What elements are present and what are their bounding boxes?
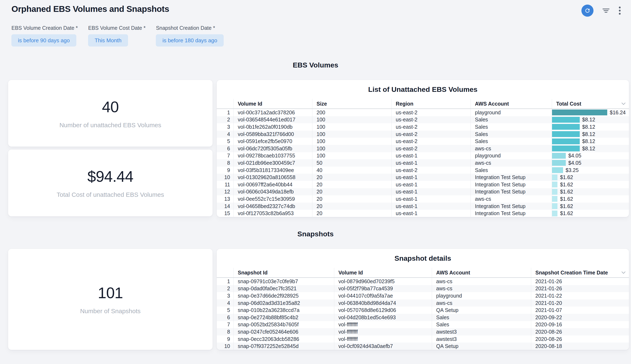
cell-snapshot-id: snap-0e37d66de2f928925 [233,292,334,300]
filter-chip-snapshot-creation-date[interactable]: is before 180 days ago [156,34,224,46]
column-header-volume-id[interactable]: Volume Id [334,268,432,277]
cost-value: $8.12 [582,116,595,123]
cell-volume-id: vol-0570768d8e6129d06 [334,306,432,314]
ebs-stat-cards: 40 Number of unattached EBS Volumes $94.… [8,80,213,217]
cell-total-cost: $8.12 [552,116,629,124]
cost-value: $1.62 [560,203,573,209]
ebs-section: 40 Number of unattached EBS Volumes $94.… [0,80,631,217]
table-row: 10 vol-013029620a8106558 20 us-east-1 In… [217,174,629,181]
cost-bar [552,174,557,180]
table-row: 1 snap-09791c03e7c0fe9b7 vol-0879d960ed7… [217,278,629,285]
panel-title: List of Unattached EBS Volumes [217,80,629,94]
cell-region: us-east-1 [391,181,470,188]
column-header-size[interactable]: Size [312,99,391,108]
cell-snapshot-id: snap-0052bd25834b7605f [233,321,334,328]
row-index: 5 [217,306,233,314]
column-header-snapshot-creation-time-date[interactable]: Snapshot Creation Time Date [531,268,629,277]
filter-button[interactable] [602,7,610,14]
cell-volume-id: vol-05f2f79ba77ca4539 [334,285,432,292]
cost-bar [552,210,557,216]
table-row: 15 vol-0f127053c82b6a953 20 us-east-1 In… [217,210,629,217]
row-index: 4 [217,130,233,138]
snapshot-stat-cards: 101 Number of Snapshots [8,249,213,350]
cost-bar [552,160,566,166]
cell-volume-id: vol-063840b8d98d4da74 [334,300,432,307]
cell-aws-account: Integration Test Setup [470,202,552,210]
cell-volume-id: vol-ffffffff [334,328,432,336]
cell-aws-account: Sales [470,130,552,138]
column-header-index [217,268,233,277]
cost-value: $1.62 [560,189,573,195]
row-index: 3 [217,123,233,130]
table-body: 1 vol-00c371a2adc378206 200 us-east-2 pl… [217,109,629,217]
toolbar [581,4,621,17]
cost-value: $8.12 [582,124,595,130]
panel-unattached-ebs-volumes: List of Unattached EBS Volumes Volume Id… [217,80,629,217]
cell-snapshot-creation-date: 2021-01-07 [531,306,629,314]
cell-region: us-east-1 [391,152,470,160]
column-header-aws-account[interactable]: AWS Account [470,99,552,108]
table-row: 5 vol-0591efce2fb5e0970 100 us-east-2 Sa… [217,138,629,145]
cost-bar [552,167,563,173]
cell-total-cost: $16.24 [552,109,629,116]
column-header-index [217,99,233,108]
cell-region: us-east-1 [391,174,470,181]
filter-snapshot-creation-date: Snapshot Creation Date * is before 180 d… [156,25,224,46]
cost-bar [552,189,557,195]
cost-bar [552,203,557,209]
cell-volume-id: vol-ffffffff [334,321,432,328]
cost-value: $1.62 [560,196,573,202]
table-row: 1 vol-00c371a2adc378206 200 us-east-2 pl… [217,109,629,116]
cell-snapshot-creation-date: 2021-01-20 [531,300,629,307]
table-row: 12 vol-0606c04349da18efb 20 us-east-1 In… [217,188,629,196]
table-row: 6 vol-06dc720f5305a05fb 100 us-east-2 aw… [217,145,629,152]
stat-value: $94.44 [87,168,133,185]
column-header-snapshot-id[interactable]: Snapshot Id [233,268,334,277]
cost-value: $3.25 [565,167,579,173]
snapshot-details-table: Snapshot Id Volume Id AWS Account Snapsh… [217,268,629,350]
table-row: 2 snap-0dad0fa0ec7fc3521 vol-05f2f79ba77… [217,285,629,292]
filter-chip-ebs-volume-creation-date[interactable]: is before 90 days ago [12,34,76,46]
cell-region: us-east-2 [391,166,470,174]
cost-value: $1.62 [560,182,573,188]
cell-snapshot-id: snap-07f9372252e52845d [233,342,334,350]
cell-snapshot-creation-date: 2021-01-26 [531,278,629,285]
cell-snapshot-creation-date: 2020-08-26 [531,328,629,336]
chevron-down-icon [621,102,625,105]
table-row: 4 snap-06d02ad3d31e35a82 vol-063840b8d98… [217,300,629,307]
cost-bar [552,131,580,137]
cell-volume-id: vol-00c371a2adc378206 [233,109,312,116]
refresh-button[interactable] [581,4,593,17]
table-row: 5 snap-010b22a36238ccd7a vol-0570768d8e6… [217,306,629,314]
column-header-region[interactable]: Region [391,99,470,108]
cell-aws-account: Integration Test Setup [470,210,552,217]
cell-volume-id: vol-03f5b3181733409ee [233,166,312,174]
cell-aws-account: aws-cs [470,195,552,202]
column-header-aws-account[interactable]: AWS Account [432,268,531,277]
cost-bar [552,110,607,115]
cell-snapshot-creation-date: 2020-09-16 [531,321,629,328]
cell-aws-account: aws-cs [432,278,531,285]
cost-bar [552,182,557,188]
column-header-total-cost[interactable]: Total Cost [552,99,629,108]
cell-region: us-east-1 [391,202,470,210]
row-index: 6 [217,145,233,152]
column-header-volume-id[interactable]: Volume Id [233,99,312,108]
row-index: 2 [217,116,233,124]
cell-region: us-east-1 [391,195,470,202]
filter-ebs-volume-creation-date: EBS Volume Creation Date * is before 90 … [12,25,78,46]
filter-ebs-volume-cost-date: EBS Volume Cost Date * This Month [88,25,146,46]
row-index: 13 [217,195,233,202]
more-options-button[interactable] [618,6,621,15]
row-index: 8 [217,328,233,336]
table-row: 4 vol-0589bba321f766d00 100 us-east-2 Sa… [217,130,629,138]
cell-snapshot-id: snap-010b22a36238ccd7a [233,306,334,314]
cell-total-cost: $1.62 [552,181,629,188]
cost-value: $8.12 [582,138,595,144]
cost-value: $8.12 [582,131,595,137]
filter-label: EBS Volume Cost Date * [88,25,146,31]
cell-total-cost: $1.62 [552,174,629,181]
cell-snapshot-creation-date: 2021-01-22 [531,292,629,300]
filter-chip-ebs-volume-cost-date[interactable]: This Month [88,34,128,46]
cell-volume-id: vol-044107c0f9a5fa7ae [334,292,432,300]
